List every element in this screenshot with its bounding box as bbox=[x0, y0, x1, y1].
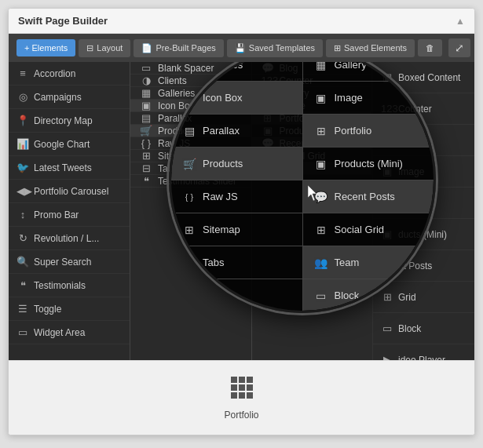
svg-rect-5 bbox=[247, 384, 253, 391]
accordion-icon: ≡ bbox=[16, 67, 29, 79]
sitemap-icon: ⊞ bbox=[140, 150, 152, 162]
rp-grid-icon: ⊞ bbox=[381, 291, 393, 303]
carousel-icon: ◀▶ bbox=[16, 185, 29, 197]
saved-templates-button[interactable]: 💾 Saved Templates bbox=[227, 39, 323, 57]
mag-gallery-icon: ▦ bbox=[314, 62, 328, 71]
sidebar: ≡ Accordion ◎ Campaigns 📍 Directory Map … bbox=[9, 62, 130, 360]
svg-rect-8 bbox=[247, 392, 253, 399]
elements-button[interactable]: + Elements bbox=[16, 39, 75, 56]
chart-icon: 📊 bbox=[16, 138, 29, 150]
testimonials-slider-icon: ❝ bbox=[140, 175, 152, 187]
saved-elements-button[interactable]: ⊞ Saved Elements bbox=[326, 39, 415, 57]
sidebar-item-toggle[interactable]: ☰ Toggle bbox=[9, 297, 130, 321]
sidebar-item-promo-bar[interactable]: ↕ Promo Bar bbox=[9, 203, 130, 227]
search-icon: 🔍 bbox=[16, 256, 29, 268]
sidebar-item-google-chart[interactable]: 📊 Google Chart bbox=[9, 133, 130, 156]
mag-products-mini[interactable]: ▣ Products (Mini) bbox=[303, 148, 434, 180]
mag-image-icon: ▣ bbox=[314, 92, 328, 104]
bottom-label: Portfolio bbox=[224, 410, 258, 421]
mag-products-icon: 🛒 bbox=[182, 158, 196, 170]
sidebar-item-testimonials[interactable]: ❝ Testimonials bbox=[9, 274, 130, 297]
mag-parallax[interactable]: ▤ Parallax bbox=[171, 115, 302, 148]
main-window: Swift Page Builder ▲ + Elements ⊟ Layout… bbox=[8, 8, 475, 435]
rp-block[interactable]: ▭ Block bbox=[373, 313, 474, 344]
parallax-icon: ▤ bbox=[140, 112, 152, 124]
content-panel: ▭ Blank Spacer ◑ Clients ▦ Galleries ▣ I… bbox=[130, 62, 474, 360]
mag-raw-js[interactable]: { } Raw JS bbox=[171, 180, 302, 213]
trash-button[interactable]: 🗑 bbox=[418, 39, 442, 56]
rp-block-icon: ▭ bbox=[381, 322, 393, 334]
sidebar-item-widget-area[interactable]: ▭ Widget Area bbox=[9, 321, 130, 344]
mag-products-mini-icon: ▣ bbox=[314, 158, 328, 170]
sidebar-item-campaigns[interactable]: ◎ Campaigns bbox=[9, 86, 130, 109]
icon-box-icon: ▣ bbox=[140, 100, 152, 111]
toggle-icon: ☰ bbox=[16, 303, 29, 315]
sidebar-item-portfolio-carousel[interactable]: ◀▶ Portfolio Carousel bbox=[9, 180, 130, 203]
mag-raw-js-icon: { } bbox=[182, 192, 196, 202]
svg-rect-6 bbox=[231, 392, 237, 399]
sidebar-item-accordion[interactable]: ≡ Accordion bbox=[9, 62, 130, 86]
title-bar: Swift Page Builder ▲ bbox=[9, 9, 474, 34]
bottom-area: Portfolio bbox=[9, 360, 474, 435]
svg-rect-0 bbox=[231, 377, 237, 383]
mag-parallax-icon: ▤ bbox=[182, 125, 196, 137]
blank-spacer-icon: ▭ bbox=[140, 62, 152, 74]
mag-social-grid-icon: ⊞ bbox=[314, 224, 328, 236]
clients-icon: ◑ bbox=[140, 75, 152, 86]
campaigns-icon: ◎ bbox=[16, 91, 29, 103]
mag-block-icon: ▭ bbox=[314, 290, 328, 302]
svg-rect-2 bbox=[247, 377, 253, 383]
rp-grid[interactable]: ⊞ Grid bbox=[373, 282, 474, 313]
pages-icon: 📄 bbox=[141, 43, 152, 53]
revolution-icon: ↻ bbox=[16, 232, 29, 244]
mag-icon-box-icon: ▣ bbox=[182, 92, 196, 104]
map-icon: 📍 bbox=[16, 115, 29, 126]
svg-rect-1 bbox=[239, 377, 245, 383]
mag-recent-posts[interactable]: 💬 Recent Posts bbox=[303, 180, 434, 213]
toolbar: + Elements ⊟ Layout 📄 Pre-Built Pages 💾 … bbox=[9, 34, 474, 62]
mag-social-grid[interactable]: ⊞ Social Grid bbox=[303, 213, 434, 246]
rp-video-icon: ▶ bbox=[381, 354, 393, 360]
layout-icon: ⊟ bbox=[86, 43, 93, 53]
mag-sitemap-icon: ⊞ bbox=[182, 224, 196, 236]
window-title: Swift Page Builder bbox=[18, 15, 108, 27]
saved-elements-icon: ⊞ bbox=[334, 43, 341, 53]
sidebar-item-revolution[interactable]: ↻ Revolution / L... bbox=[9, 227, 130, 250]
tabs-icon: ⊟ bbox=[140, 162, 152, 174]
mag-tabs-icon: ⊟ bbox=[182, 257, 196, 269]
mag-products[interactable]: 🛒 Products bbox=[171, 148, 302, 180]
pre-built-pages-button[interactable]: 📄 Pre-Built Pages bbox=[134, 39, 223, 57]
sidebar-item-latest-tweets[interactable]: 🐦 Latest Tweets bbox=[9, 156, 130, 180]
mag-team-icon: 👥 bbox=[314, 257, 328, 269]
magnifier-content: ▦ Galleries ▣ Icon Box ▤ Parallax 🛒 bbox=[171, 62, 434, 311]
layout-button[interactable]: ⊟ Layout bbox=[79, 39, 130, 57]
mag-galleries-icon: ▦ bbox=[182, 62, 196, 71]
collapse-icon[interactable]: ▲ bbox=[456, 16, 465, 27]
svg-rect-7 bbox=[239, 392, 245, 399]
mag-recent-posts-icon: 💬 bbox=[314, 191, 328, 203]
testimonials-icon: ❝ bbox=[16, 279, 29, 291]
mag-portfolio-icon: ⊞ bbox=[314, 125, 328, 137]
templates-icon: 💾 bbox=[235, 43, 246, 53]
main-area: ≡ Accordion ◎ Campaigns 📍 Directory Map … bbox=[9, 62, 474, 360]
svg-rect-3 bbox=[231, 384, 237, 391]
galleries-icon: ▦ bbox=[140, 87, 152, 99]
sidebar-item-directory-map[interactable]: 📍 Directory Map bbox=[9, 109, 130, 133]
expand-button[interactable]: ⤢ bbox=[448, 38, 470, 57]
widget-icon: ▭ bbox=[16, 326, 29, 338]
products-icon: 🛒 bbox=[140, 125, 152, 137]
promo-icon: ↕ bbox=[16, 209, 29, 220]
svg-rect-4 bbox=[239, 384, 245, 391]
raw-js-icon: { } bbox=[140, 137, 152, 149]
tweets-icon: 🐦 bbox=[16, 162, 29, 173]
mag-portfolio[interactable]: ⊞ Portfolio bbox=[303, 115, 434, 148]
rp-video-player[interactable]: ▶ ideo Player bbox=[373, 344, 474, 360]
portfolio-grid-icon bbox=[229, 375, 254, 405]
mag-sitemap[interactable]: ⊞ Sitemap bbox=[171, 213, 302, 246]
sidebar-item-super-search[interactable]: 🔍 Super Search bbox=[9, 250, 130, 274]
